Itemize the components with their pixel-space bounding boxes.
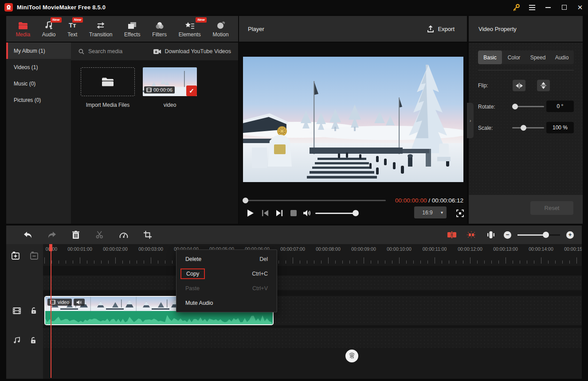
fit-to-timeline-icon[interactable] <box>445 228 459 241</box>
video-property-header: Video Property <box>469 16 583 42</box>
ruler-tick <box>357 260 357 264</box>
tab-audio[interactable]: Audio <box>550 51 574 64</box>
previous-frame-button[interactable] <box>259 207 271 219</box>
scale-value[interactable]: 100 % <box>546 122 574 133</box>
maximize-button[interactable] <box>556 0 572 15</box>
menu-hamburger-icon[interactable] <box>524 0 540 15</box>
import-media-dropzone[interactable] <box>81 67 135 96</box>
ruler-tick <box>87 260 87 264</box>
fingerprint-touch-icon[interactable] <box>345 350 358 362</box>
flip-vertical-button[interactable] <box>537 80 550 91</box>
undo-button[interactable] <box>21 228 35 241</box>
redo-button[interactable] <box>45 228 59 241</box>
sidebar-item-music[interactable]: Music (0) <box>6 75 71 92</box>
rotate-knob[interactable] <box>512 104 518 109</box>
audio-waveform-icon[interactable] <box>484 228 498 241</box>
tab-effects[interactable]: Effects <box>122 19 142 39</box>
zoom-in-button[interactable]: + <box>566 231 574 239</box>
overlay-track[interactable] <box>43 276 582 290</box>
license-key-icon[interactable] <box>508 0 524 15</box>
search-placeholder: Search media <box>88 48 122 54</box>
playhead-line[interactable] <box>51 245 51 378</box>
timeline: 00:0000:00:01:0000:00:02:0000:00:03:0000… <box>6 244 582 379</box>
timeline-zoom-slider[interactable] <box>517 232 560 238</box>
menu-label: Delete <box>185 256 201 262</box>
add-track-icon[interactable] <box>11 252 20 260</box>
player-header: Player Export <box>239 16 467 42</box>
timeline-ruler[interactable]: 00:0000:00:01:0000:00:02:0000:00:03:0000… <box>43 244 582 266</box>
music-track[interactable] <box>43 328 582 348</box>
tab-audio[interactable]: New Audio <box>40 19 58 39</box>
ruler-tick <box>449 260 449 264</box>
scale-knob[interactable] <box>521 125 526 131</box>
ruler-tick <box>470 257 470 264</box>
playhead-flag[interactable] <box>49 244 52 251</box>
tab-filters[interactable]: Filters <box>150 19 169 39</box>
tab-motion[interactable]: Motion <box>211 19 231 39</box>
speed-button[interactable] <box>117 228 130 241</box>
tab-media[interactable]: Media <box>14 19 32 39</box>
zoom-out-button[interactable]: − <box>504 231 511 239</box>
volume-icon[interactable] <box>301 207 313 219</box>
film-track-icon <box>13 307 21 314</box>
sidebar-item-pictures[interactable]: Pictures (0) <box>6 92 71 108</box>
ruler-tick <box>307 260 307 264</box>
menu-item-delete[interactable]: Delete Del <box>176 252 277 266</box>
sidebar-item-videos[interactable]: Videos (1) <box>6 59 71 75</box>
menu-item-paste[interactable]: Paste Ctrl+V <box>176 281 277 295</box>
lock-track-icon[interactable] <box>30 337 36 344</box>
ruler-tick <box>59 260 59 264</box>
scale-slider[interactable] <box>512 127 544 128</box>
tab-text[interactable]: New Tт Text <box>66 19 79 39</box>
play-button[interactable] <box>245 207 256 219</box>
ruler-tick <box>442 260 442 264</box>
menu-item-copy[interactable]: Copy Ctrl+C <box>176 266 277 281</box>
sidebar-item-my-album[interactable]: My Album (1) <box>6 43 71 59</box>
ruler-tick <box>463 260 463 264</box>
ruler-tick <box>541 257 541 264</box>
delete-clip-button[interactable] <box>69 228 82 241</box>
export-button[interactable]: Export <box>427 25 455 33</box>
panel-collapse-handle[interactable]: › <box>467 103 474 138</box>
menu-item-mute-audio[interactable]: Mute Audio <box>176 295 277 310</box>
crop-button[interactable] <box>141 228 154 241</box>
clip-audio-badge[interactable] <box>74 299 85 306</box>
ruler-tick <box>73 260 73 264</box>
rotate-value[interactable]: 0 ° <box>546 101 574 112</box>
search-input[interactable]: Search media <box>78 48 153 54</box>
tab-elements[interactable]: New Elements <box>177 19 203 39</box>
minimize-button[interactable] <box>540 0 556 15</box>
flip-horizontal-button[interactable] <box>513 80 525 91</box>
media-search-row: Search media Download YouTube Videos <box>71 43 238 60</box>
tab-color[interactable]: Color <box>502 51 526 64</box>
tab-transition[interactable]: Transition <box>87 19 114 39</box>
timeline-empty-area[interactable] <box>43 348 582 379</box>
reset-button[interactable]: Reset <box>530 201 573 215</box>
fullscreen-button[interactable] <box>455 207 465 219</box>
stop-button[interactable] <box>288 207 299 219</box>
remove-track-icon[interactable] <box>30 252 39 260</box>
ruler-tick <box>498 260 499 264</box>
new-badge: New <box>196 17 206 23</box>
ruler-tick <box>122 260 123 264</box>
zoom-knob[interactable] <box>543 232 549 238</box>
ruler-tick <box>371 260 371 264</box>
download-youtube-label: Download YouTube Videos <box>165 48 231 54</box>
download-youtube-button[interactable]: Download YouTube Videos <box>153 48 231 54</box>
new-badge: New <box>51 17 61 23</box>
tab-speed[interactable]: Speed <box>526 51 550 64</box>
ruler-label: 00:00:08:00 <box>316 246 340 252</box>
video-preview[interactable] <box>243 57 463 182</box>
close-button[interactable]: ✕ <box>572 0 588 15</box>
split-scissors-button[interactable] <box>93 228 106 241</box>
video-camera-icon <box>153 49 161 54</box>
menu-shortcut: Ctrl+V <box>252 285 268 292</box>
aspect-ratio-select[interactable]: 16:9 ▾ <box>414 206 447 218</box>
volume-knob[interactable] <box>353 210 359 216</box>
ruler-tick <box>555 260 556 264</box>
volume-slider[interactable] <box>315 213 356 214</box>
lock-track-icon[interactable] <box>31 307 37 314</box>
next-frame-button[interactable] <box>274 207 285 219</box>
split-marker-icon[interactable] <box>465 228 478 241</box>
tab-basic[interactable]: Basic <box>478 51 502 64</box>
